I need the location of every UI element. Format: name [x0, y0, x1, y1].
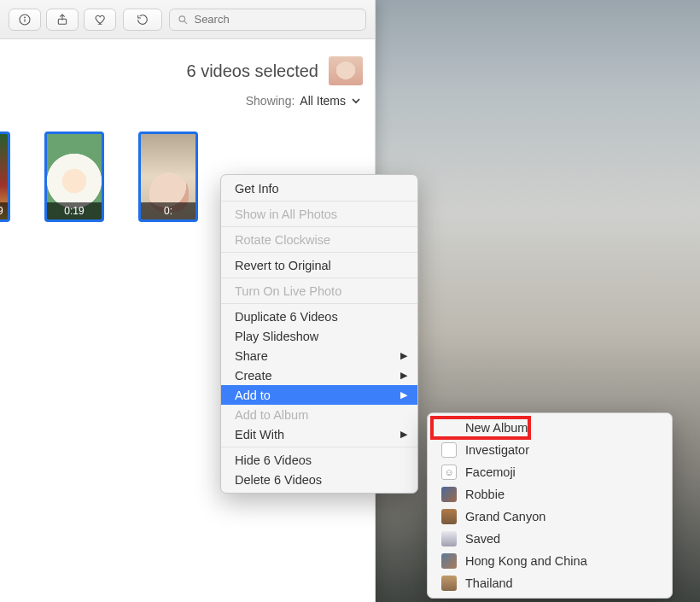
album-icon [441, 576, 457, 591]
menu-item-play-slideshow[interactable]: Play Slideshow [221, 326, 417, 346]
album-icon [441, 553, 457, 569]
submenu-item-album[interactable]: Saved [428, 528, 672, 550]
album-icon [441, 442, 457, 458]
menu-item-get-info[interactable]: Get Info [221, 178, 417, 198]
svg-line-5 [184, 20, 187, 23]
menu-item-show-in-all-photos: Show in All Photos [221, 204, 417, 224]
menu-item-rotate-clockwise: Rotate Clockwise [221, 230, 417, 249]
menu-item-add-to-album: Add to Album [221, 405, 417, 424]
showing-value[interactable]: All Items [300, 94, 363, 108]
selection-preview-thumb [329, 56, 363, 85]
menu-item-hide[interactable]: Hide 6 Videos [221, 450, 417, 470]
add-to-submenu: New Album Investigator Facemoji Robbie G… [427, 412, 673, 599]
menu-separator [221, 447, 417, 447]
share-button[interactable] [46, 9, 79, 31]
showing-label: Showing: [246, 94, 295, 108]
submenu-arrow-icon: ▶ [400, 389, 407, 400]
menu-separator [221, 201, 417, 202]
menu-item-delete[interactable]: Delete 6 Videos [221, 470, 417, 489]
search-field[interactable] [169, 9, 366, 31]
selection-header: 6 videos selected [0, 39, 375, 91]
menu-separator [221, 303, 417, 304]
submenu-item-new-album[interactable]: New Album [428, 417, 672, 439]
submenu-item-album[interactable]: Grand Canyon [428, 506, 672, 528]
album-icon [441, 531, 457, 546]
svg-point-4 [179, 15, 185, 21]
submenu-item-album[interactable]: Hong Kong and China [428, 550, 672, 572]
video-duration: 0: [141, 202, 195, 219]
video-thumbnail[interactable]: 0: [138, 132, 198, 222]
showing-filter[interactable]: Showing: All Items [0, 91, 375, 114]
album-icon [441, 509, 457, 524]
rotate-icon [136, 13, 149, 26]
search-icon [177, 13, 189, 26]
menu-item-revert-to-original[interactable]: Revert to Original [221, 255, 417, 275]
menu-item-create[interactable]: Create▶ [221, 365, 417, 385]
video-duration: 09 [0, 202, 8, 219]
info-button[interactable] [9, 9, 41, 31]
menu-separator [221, 226, 417, 227]
video-thumbnail[interactable]: 0:19 [44, 132, 104, 222]
submenu-item-album[interactable]: Investigator [428, 439, 672, 461]
menu-item-turn-on-live-photo: Turn On Live Photo [221, 281, 417, 301]
submenu-arrow-icon: ▶ [400, 350, 407, 361]
album-icon [441, 487, 457, 502]
share-icon [55, 13, 69, 26]
context-menu: Get Info Show in All Photos Rotate Clock… [220, 174, 418, 494]
video-duration: 0:19 [47, 202, 102, 219]
search-input[interactable] [194, 13, 359, 26]
submenu-item-album[interactable]: Robbie [428, 483, 672, 506]
chevron-down-icon [349, 94, 363, 108]
submenu-arrow-icon: ▶ [400, 429, 407, 440]
info-icon [18, 13, 32, 26]
heart-icon [93, 13, 107, 26]
submenu-item-album[interactable]: Facemoji [428, 461, 672, 483]
menu-item-add-to[interactable]: Add to▶ [221, 385, 417, 405]
album-icon [441, 465, 457, 480]
selection-count: 6 videos selected [186, 61, 318, 81]
submenu-arrow-icon: ▶ [400, 370, 407, 381]
menu-separator [221, 278, 417, 278]
video-thumbnail[interactable]: 09 [0, 132, 10, 222]
submenu-item-album[interactable]: Thailand [428, 572, 672, 594]
favorite-button[interactable] [84, 9, 116, 31]
menu-item-share[interactable]: Share▶ [221, 346, 417, 365]
toolbar [0, 0, 375, 39]
rotate-button[interactable] [123, 9, 162, 31]
menu-item-duplicate[interactable]: Duplicate 6 Videos [221, 307, 417, 326]
menu-separator [221, 252, 417, 253]
menu-item-edit-with[interactable]: Edit With▶ [221, 424, 417, 444]
svg-point-2 [25, 16, 26, 17]
